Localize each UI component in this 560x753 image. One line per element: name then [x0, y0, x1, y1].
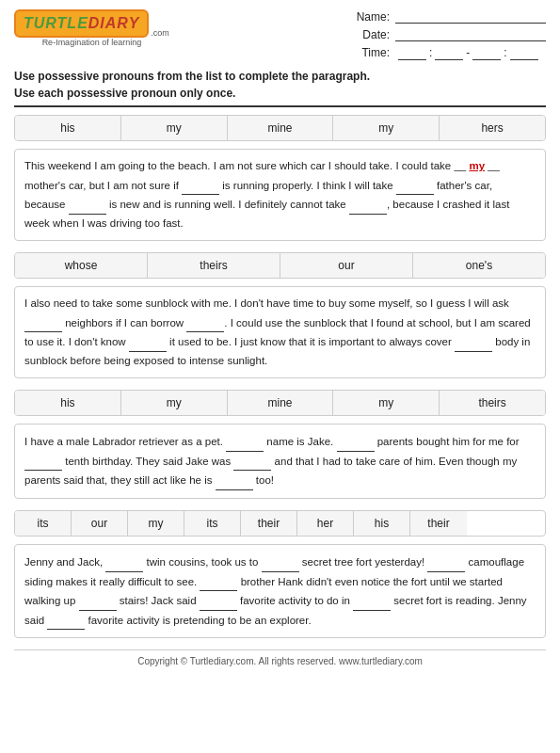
word-ones: one's: [413, 253, 545, 278]
paragraph-2: I also need to take some sunblock with m…: [14, 286, 546, 378]
blank-2: [396, 176, 434, 196]
blank-11: [24, 452, 62, 472]
time-label: Time:: [352, 46, 390, 59]
time-sep-2: -: [466, 46, 470, 59]
date-input[interactable]: [395, 27, 546, 41]
logo-diary: DIARY: [88, 15, 140, 31]
word-my-5: my: [128, 511, 184, 536]
paragraph-4: Jenny and Jack, twin cousins, took us to…: [14, 544, 546, 638]
blank-15: [262, 553, 299, 572]
blank-6: [186, 313, 224, 333]
answer-my-1: my: [469, 160, 485, 171]
instructions: Use possessive pronouns from the list to…: [14, 68, 546, 107]
word-their-1: their: [241, 511, 297, 536]
time-row: Time: : - :: [352, 45, 546, 60]
word-bank-3: his my mine my theirs: [14, 390, 546, 416]
word-our-1: our: [280, 253, 413, 278]
time-input-1[interactable]: [398, 45, 426, 60]
word-hers-1: hers: [440, 116, 545, 140]
blank-10: [337, 432, 375, 452]
word-whose: whose: [15, 253, 148, 278]
word-his-2: his: [15, 391, 121, 415]
logo-com: .com: [151, 28, 169, 38]
word-her: her: [297, 511, 354, 536]
time-input-4[interactable]: [510, 45, 538, 60]
logo: TURTLEDIARY: [14, 9, 149, 38]
logo-turtle: TURTLE: [24, 15, 88, 31]
blank-5: [24, 313, 62, 333]
logo-tagline: Re-Imagination of learning: [42, 38, 142, 47]
blank-18: [79, 591, 117, 611]
date-row: Date:: [352, 27, 546, 41]
word-my-4: my: [333, 391, 440, 415]
blank-7: [129, 332, 167, 352]
name-input[interactable]: [395, 9, 546, 24]
word-its-1: its: [15, 511, 72, 536]
blank-8: [455, 332, 492, 352]
logo-area: TURTLEDIARY .com Re-Imagination of learn…: [14, 9, 169, 47]
blank-19: [200, 591, 237, 611]
blank-1: [182, 176, 219, 196]
word-my-1: my: [121, 116, 228, 140]
word-theirs-2: theirs: [440, 391, 545, 415]
blank-16: [427, 553, 465, 572]
form-fields: Name: Date: Time: : - :: [352, 9, 546, 60]
blank-21: [47, 611, 85, 631]
word-mine-1: mine: [228, 116, 334, 140]
blank-13: [216, 471, 253, 490]
word-bank-4: its our my its their her his their: [14, 510, 546, 537]
blank-3: [69, 195, 106, 215]
word-his-3: his: [354, 511, 410, 536]
time-sep-1: :: [429, 46, 432, 59]
footer: Copyright © Turtlediary.com. All rights …: [14, 649, 546, 666]
word-its-2: its: [184, 511, 241, 536]
name-row: Name:: [352, 9, 546, 24]
blank-20: [353, 591, 391, 611]
blank-4: [349, 195, 387, 215]
instruction-line2: Use each possessive pronoun only once.: [14, 85, 546, 102]
word-mine-2: mine: [228, 391, 334, 415]
word-my-2: my: [333, 116, 440, 140]
date-label: Date:: [352, 28, 390, 41]
word-his-1: his: [15, 116, 121, 140]
time-input-3[interactable]: [472, 45, 501, 60]
word-bank-2: whose theirs our one's: [14, 252, 546, 279]
instruction-line1: Use possessive pronouns from the list to…: [14, 68, 546, 85]
page-header: TURTLEDIARY .com Re-Imagination of learn…: [14, 9, 546, 60]
blank-17: [200, 572, 237, 592]
word-theirs-1: theirs: [148, 253, 280, 278]
blank-14: [105, 553, 143, 572]
blank-9: [226, 432, 264, 452]
word-their-2: their: [410, 511, 467, 536]
word-my-3: my: [121, 391, 228, 415]
blank-12: [233, 452, 271, 472]
word-bank-1: his my mine my hers: [14, 115, 546, 141]
paragraph-3: I have a male Labrador retriever as a pe…: [14, 424, 546, 499]
name-label: Name:: [352, 10, 390, 24]
word-our-2: our: [72, 511, 128, 536]
time-input-2[interactable]: [435, 45, 463, 60]
paragraph-1: This weekend I am going to the beach. I …: [14, 149, 546, 241]
time-sep-3: :: [504, 46, 506, 59]
footer-text: Copyright © Turtlediary.com. All rights …: [137, 656, 423, 666]
